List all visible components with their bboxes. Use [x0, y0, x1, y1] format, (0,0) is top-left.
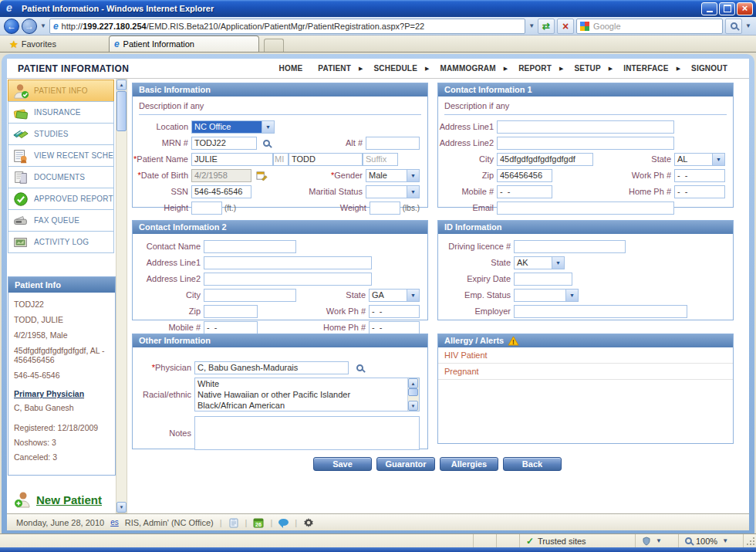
search-button[interactable]	[725, 19, 742, 34]
sidebar-item-activity-log[interactable]: ACTIVITY LOG	[8, 231, 114, 253]
chevron-down-icon[interactable]	[565, 290, 578, 301]
nav-schedule[interactable]: SCHEDULE	[366, 64, 425, 73]
id-state-select[interactable]: AK	[514, 256, 565, 269]
new-patient-link[interactable]: New Patient	[13, 490, 102, 509]
c2-state-select[interactable]: GA	[369, 289, 420, 302]
license-input[interactable]	[514, 240, 626, 253]
physician-search-icon[interactable]	[356, 364, 363, 371]
nav-setup[interactable]: SETUP	[566, 64, 608, 73]
scroll-up-icon[interactable]	[408, 378, 418, 388]
clipboard-icon[interactable]	[228, 517, 239, 528]
search-input[interactable]: Google	[576, 19, 723, 34]
zoom-control[interactable]: 100%	[679, 534, 744, 547]
c1-zip-input[interactable]	[497, 169, 552, 182]
nav-signout[interactable]: SIGNOUT	[683, 64, 735, 73]
scroll-down-icon[interactable]	[408, 401, 418, 411]
middle-initial-input[interactable]	[273, 153, 289, 166]
suffix-input[interactable]	[363, 153, 398, 166]
url-dropdown-icon[interactable]	[528, 22, 535, 29]
calendar-26-icon[interactable]: 26	[253, 517, 264, 528]
sidebar-item-view-recent-schedule[interactable]: VIEW RECENT SCHEDULE	[8, 144, 114, 167]
location-select[interactable]: NC Office	[191, 120, 275, 134]
guarantor-button[interactable]: Guarantor	[376, 457, 435, 471]
nav-patient[interactable]: PATIENT	[310, 64, 359, 73]
url-input[interactable]: e http://199.227.180.254/EMD.RIS.Beta210…	[49, 19, 525, 34]
dob-calendar-icon[interactable]	[256, 170, 268, 181]
nav-mammogram[interactable]: MAMMOGRAM	[432, 64, 503, 73]
close-button[interactable]	[737, 2, 753, 15]
favorites-button[interactable]: Favorites	[5, 36, 61, 52]
back-button-form[interactable]: Back	[503, 457, 562, 471]
c1-home-input[interactable]	[674, 185, 725, 198]
height-input[interactable]	[191, 201, 222, 215]
c1-address1-input[interactable]	[497, 120, 674, 134]
gender-select[interactable]: Male	[366, 169, 420, 182]
c1-city-input[interactable]	[497, 153, 593, 166]
chevron-down-icon[interactable]	[552, 257, 564, 269]
tab-patient-information[interactable]: e Patient Information	[109, 36, 259, 52]
chevron-down-icon[interactable]	[407, 290, 419, 301]
refresh-button[interactable]	[538, 19, 555, 34]
c1-state-select[interactable]: AL	[674, 153, 725, 166]
listbox-scrollbar[interactable]	[407, 378, 419, 411]
c2-address1-input[interactable]	[204, 256, 372, 269]
allergies-button[interactable]: Allergies	[440, 457, 498, 471]
expiry-date-input[interactable]	[514, 273, 572, 286]
gear-icon[interactable]	[303, 517, 314, 528]
notes-textarea[interactable]	[194, 416, 420, 450]
c2-city-input[interactable]	[204, 289, 296, 302]
protected-mode-button[interactable]	[636, 534, 679, 547]
racial-option[interactable]: Black/African American	[195, 400, 407, 411]
employer-input[interactable]	[514, 305, 687, 318]
sidebar-item-approved-reports[interactable]: APPROVED REPORTS	[8, 188, 114, 210]
c2-zip-input[interactable]	[204, 305, 258, 318]
sidebar-item-insurance[interactable]: INSURANCE	[8, 101, 114, 124]
sidebar-item-fax-queue[interactable]: FAX QUEUE	[8, 209, 114, 232]
chevron-down-icon[interactable]	[712, 154, 724, 165]
c1-work-input[interactable]	[674, 169, 725, 182]
physician-input[interactable]	[194, 361, 349, 374]
first-name-input[interactable]	[191, 153, 273, 166]
weight-input[interactable]	[370, 201, 400, 215]
history-dropdown-icon[interactable]	[39, 22, 47, 29]
c2-home-input[interactable]	[369, 321, 420, 334]
chevron-down-icon[interactable]	[407, 186, 419, 198]
chevron-down-icon[interactable]	[262, 121, 274, 133]
mrn-search-icon[interactable]	[263, 140, 270, 147]
c1-address2-input[interactable]	[497, 137, 674, 150]
scroll-up-icon[interactable]	[116, 80, 127, 90]
c2-address2-input[interactable]	[204, 273, 372, 286]
scrollbar-thumb[interactable]	[408, 388, 418, 396]
search-dropdown-icon[interactable]	[744, 22, 752, 29]
racial-ethnic-listbox[interactable]: White Native Hawaiian or other Pacific I…	[194, 378, 420, 411]
chat-icon[interactable]	[278, 519, 289, 526]
c2-contact-name-input[interactable]	[204, 240, 296, 253]
ssn-input[interactable]	[191, 185, 251, 198]
restore-button[interactable]	[719, 2, 735, 15]
marital-status-select[interactable]	[366, 185, 420, 198]
minimize-button[interactable]	[701, 2, 717, 15]
status-es-link[interactable]: es	[110, 518, 119, 527]
back-button[interactable]	[4, 19, 19, 34]
c1-email-input[interactable]	[497, 201, 674, 215]
emp-status-select[interactable]	[514, 289, 579, 302]
nav-interface[interactable]: INTERFACE	[616, 64, 676, 73]
dob-input[interactable]	[191, 169, 251, 182]
alt-input[interactable]	[366, 137, 420, 150]
racial-option[interactable]: Native Hawaiian or other Pacific Islande…	[195, 389, 407, 400]
nav-home[interactable]: HOME	[272, 64, 311, 73]
forward-button[interactable]	[22, 19, 37, 34]
scrollbar-thumb[interactable]	[116, 91, 127, 131]
nav-report[interactable]: REPORT	[511, 64, 559, 73]
sidebar-item-documents[interactable]: DOCUMENTS	[8, 166, 114, 188]
c2-mobile-input[interactable]	[204, 321, 258, 334]
racial-option[interactable]: White	[195, 378, 407, 389]
chevron-down-icon[interactable]	[407, 170, 419, 181]
sidebar-item-studies[interactable]: STUDIES	[8, 123, 114, 145]
new-tab-stub[interactable]	[264, 39, 284, 52]
c2-work-input[interactable]	[369, 305, 420, 318]
mrn-input[interactable]	[191, 137, 257, 150]
save-button[interactable]: Save	[313, 457, 372, 471]
last-name-input[interactable]	[289, 153, 363, 166]
sidebar-item-patient-info[interactable]: PATIENT INFO	[8, 80, 114, 102]
